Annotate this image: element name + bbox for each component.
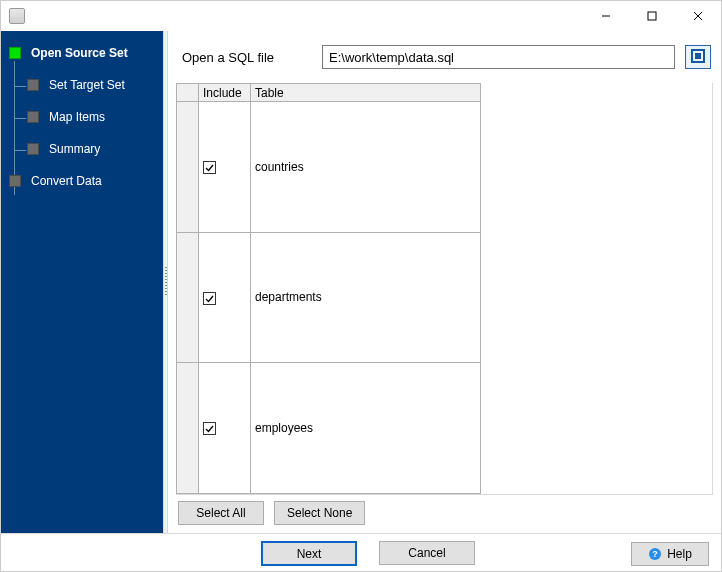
row-handle[interactable] [177, 363, 199, 494]
step-open-source-set[interactable]: Open Source Set [9, 43, 155, 63]
cancel-button[interactable]: Cancel [379, 541, 475, 565]
step-label: Set Target Set [49, 78, 125, 92]
app-icon [9, 8, 25, 24]
selection-buttons-row: Select All Select None [176, 495, 713, 527]
step-set-target-set[interactable]: Set Target Set [27, 75, 155, 95]
step-label: Summary [49, 142, 100, 156]
sql-file-path-input[interactable] [322, 45, 675, 69]
step-marker-icon [27, 79, 39, 91]
step-map-items[interactable]: Map Items [27, 107, 155, 127]
step-marker-icon [9, 47, 21, 59]
row-header-blank [177, 84, 199, 102]
help-icon: ? [648, 547, 662, 561]
help-button-label: Help [667, 547, 692, 561]
table-row[interactable]: employees [177, 363, 481, 494]
svg-rect-1 [648, 12, 656, 20]
step-summary[interactable]: Summary [27, 139, 155, 159]
row-handle[interactable] [177, 102, 199, 233]
tree-connector [14, 86, 26, 87]
close-button[interactable] [675, 1, 721, 31]
next-button[interactable]: Next [261, 541, 357, 566]
tree-connector [14, 118, 26, 119]
step-marker-icon [27, 143, 39, 155]
col-header-include[interactable]: Include [199, 84, 251, 102]
table-header-row: Include Table [177, 84, 481, 102]
select-none-button[interactable]: Select None [274, 501, 365, 525]
step-label: Map Items [49, 110, 105, 124]
file-open-row: Open a SQL file [176, 39, 713, 83]
tables-grid: Include Table countries [176, 83, 481, 494]
main-panel: Open a SQL file Include Table [168, 31, 721, 533]
svg-rect-5 [695, 53, 701, 59]
window-controls [583, 1, 721, 31]
minimize-button[interactable] [583, 1, 629, 31]
browse-button[interactable] [685, 45, 711, 69]
file-open-label: Open a SQL file [182, 50, 312, 65]
include-cell[interactable] [199, 232, 251, 363]
checkbox-icon[interactable] [203, 422, 216, 435]
checkbox-icon[interactable] [203, 292, 216, 305]
table-name-cell[interactable]: departments [251, 232, 481, 363]
step-marker-icon [27, 111, 39, 123]
table-row[interactable]: departments [177, 232, 481, 363]
wizard-sidebar: Open Source Set Set Target Set Map Items… [1, 31, 163, 533]
select-all-button[interactable]: Select All [178, 501, 264, 525]
step-convert-data[interactable]: Convert Data [9, 171, 155, 191]
step-marker-icon [9, 175, 21, 187]
tables-grid-wrap: Include Table countries [176, 83, 713, 495]
include-cell[interactable] [199, 102, 251, 233]
col-header-table[interactable]: Table [251, 84, 481, 102]
svg-text:?: ? [652, 549, 658, 559]
checkbox-icon[interactable] [203, 161, 216, 174]
titlebar [1, 1, 721, 31]
tree-connector [14, 150, 26, 151]
browse-icon [690, 48, 706, 67]
table-name-cell[interactable]: employees [251, 363, 481, 494]
help-button[interactable]: ? Help [631, 542, 709, 566]
table-name-cell[interactable]: countries [251, 102, 481, 233]
step-label: Convert Data [31, 174, 102, 188]
step-label: Open Source Set [31, 46, 128, 60]
maximize-button[interactable] [629, 1, 675, 31]
row-handle[interactable] [177, 232, 199, 363]
include-cell[interactable] [199, 363, 251, 494]
footer-bar: Next Cancel ? Help [1, 533, 721, 572]
table-row[interactable]: countries [177, 102, 481, 233]
